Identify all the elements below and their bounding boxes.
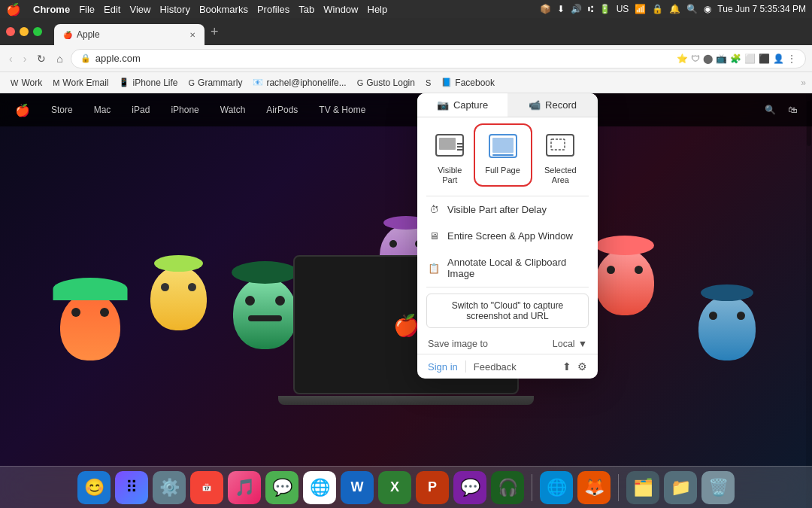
home-button[interactable]: ⌂ [53,51,65,66]
full-page-button[interactable]: Full Page [477,126,529,190]
visible-part-delay-item[interactable]: ⏱ Visible Part after Delay [417,196,598,223]
bookmark-gusto[interactable]: G Gusto Login [353,76,420,90]
bookmark-work-email[interactable]: M Work Email [48,76,113,90]
feedback-link[interactable]: Feedback [474,361,517,373]
dropbox-icon[interactable]: 📦 [540,4,551,14]
dock-safari[interactable]: 🌐 [540,471,573,504]
minimize-button[interactable] [20,27,29,36]
dock-calendar[interactable]: 📅 [190,471,223,504]
menu-file[interactable]: File [79,4,95,15]
menu-edit[interactable]: Edit [104,4,120,15]
menu-history[interactable]: History [159,4,189,15]
battery-icon[interactable]: 🔋 [599,4,611,14]
apple-website: 🍎 Store Mac iPad iPhone Watch AirPods TV… [0,93,812,508]
dock-trash[interactable]: 🗑️ [701,471,735,504]
tab-capture[interactable]: 📷 Capture [417,93,508,117]
forward-button[interactable]: › [20,51,30,66]
apple-nav-watch[interactable]: Watch [220,105,246,115]
menu-view[interactable]: View [129,4,150,15]
dock-powerpoint[interactable]: P [416,471,449,504]
menu-help[interactable]: Help [368,4,388,15]
new-tab-button[interactable]: + [211,24,219,40]
dock: 😊 ⠿ ⚙️ 📅 🎵 💬 🌐 W X P 💬 🎧 🌐 🦊 🗂️ 📁 [0,466,812,508]
apple-nav-logo[interactable]: 🍎 [15,103,30,117]
apple-nav-store[interactable]: Store [51,105,73,115]
dock-chrome[interactable]: 🌐 [303,471,336,504]
full-page-icon [485,131,521,161]
dock-messages[interactable]: 💬 [265,471,298,504]
volume-icon[interactable]: 🔊 [571,4,582,14]
apple-nav-ipad[interactable]: iPad [132,105,150,115]
siri-icon[interactable]: ◉ [704,4,711,14]
menu-tab[interactable]: Tab [298,4,314,15]
split-screen-icon[interactable]: ⬛ [759,53,770,64]
wifi-icon[interactable]: 📶 [635,4,646,14]
extension-icon-1[interactable]: ⬤ [703,53,713,64]
apple-menu-icon[interactable]: 🍎 [6,2,21,17]
bookmark-star-icon[interactable]: ⭐ [677,53,688,64]
bookmark-rachel[interactable]: 📧 rachel@iphonelife... [248,76,350,90]
back-button[interactable]: ‹ [6,51,16,66]
divider-2 [426,287,589,287]
dock-screenshot[interactable]: 🗂️ [626,471,659,504]
bookmark-iphonelife[interactable]: 📱 iPhone Life [114,76,182,90]
shield-icon[interactable]: 🛡 [691,53,700,64]
upload-icon[interactable]: ⬆ [562,360,571,373]
bookmark-misc[interactable]: S [421,77,435,89]
save-location-dropdown[interactable]: Local ▼ [553,339,587,349]
menubar-icon-1[interactable]: ⬇ [557,4,565,14]
bookmark-gusto-label: Gusto Login [366,78,415,88]
app-name[interactable]: Chrome [33,4,70,15]
cast-icon[interactable]: 📺 [716,53,727,64]
tab-record[interactable]: 📹 Record [508,93,598,117]
bookmarks-more[interactable]: » [801,78,806,88]
reload-button[interactable]: ↻ [34,51,49,66]
dock-firefox[interactable]: 🦊 [577,471,611,504]
extensions-puzzle[interactable]: 🧩 [730,53,741,64]
dock-music[interactable]: 🎵 [228,471,261,504]
dock-spotify[interactable]: 🎧 [491,471,524,504]
entire-screen-label: Entire Screen & App Window [447,230,573,242]
bookmark-grammarly[interactable]: G Grammarly [184,76,247,90]
signin-link[interactable]: Sign in [428,361,458,373]
search-icon[interactable]: 🔍 [686,4,698,14]
annotate-local-item[interactable]: 📋 Annotate Local & Clipboard Image [417,249,598,287]
dock-excel[interactable]: X [378,471,411,504]
dock-launchpad[interactable]: ⠿ [115,471,148,504]
scrollbar[interactable] [806,93,812,508]
tab-close-button[interactable]: ✕ [189,31,195,39]
apple-nav-iphone[interactable]: iPhone [171,105,198,115]
bookmark-facebook[interactable]: 📘 Facebook [437,76,499,90]
dock-files[interactable]: 📁 [664,471,697,504]
address-field[interactable]: 🔒 apple.com ⭐ 🛡 ⬤ 📺 🧩 ⬜ ⬛ 👤 ⋮ [71,49,806,68]
visible-part-button[interactable]: Visible Part [423,126,477,190]
menu-bookmarks[interactable]: Bookmarks [199,4,248,15]
settings-icon[interactable]: ⚙ [577,360,587,373]
apple-bag-icon[interactable]: 🛍 [788,105,797,115]
close-button[interactable] [6,27,15,36]
dock-word[interactable]: W [341,471,374,504]
dock-slack[interactable]: 💬 [453,471,486,504]
lock-icon[interactable]: 🔒 [652,4,663,14]
dock-finder[interactable]: 😊 [77,471,111,504]
profile-icon[interactable]: 👤 [773,53,784,64]
user-icon[interactable]: US [617,4,629,14]
cloud-switch-button[interactable]: Switch to "Cloud" to capture screenshot … [426,294,589,328]
menu-window[interactable]: Window [323,4,358,15]
dock-system-prefs[interactable]: ⚙️ [153,471,186,504]
menu-profiles[interactable]: Profiles [257,4,289,15]
maximize-button[interactable] [33,27,42,36]
apple-nav-airpods[interactable]: AirPods [266,105,298,115]
entire-screen-item[interactable]: 🖥 Entire Screen & App Window [417,223,598,249]
bookmark-work[interactable]: W Work [6,76,47,90]
apple-nav-tv[interactable]: TV & Home [319,105,365,115]
cast-tab-icon[interactable]: ⬜ [744,53,756,64]
browser-tab-apple[interactable]: 🍎 Apple ✕ [54,24,205,45]
bluetooth-icon[interactable]: ⑆ [588,4,593,14]
more-menu-icon[interactable]: ⋮ [787,53,796,64]
apple-nav-mac[interactable]: Mac [94,105,111,115]
apple-search-icon[interactable]: 🔍 [765,105,776,115]
selected-area-button[interactable]: Selected Area [529,126,592,190]
notification-icon[interactable]: 🔔 [669,4,680,14]
scrollbar-thumb[interactable] [807,101,811,146]
